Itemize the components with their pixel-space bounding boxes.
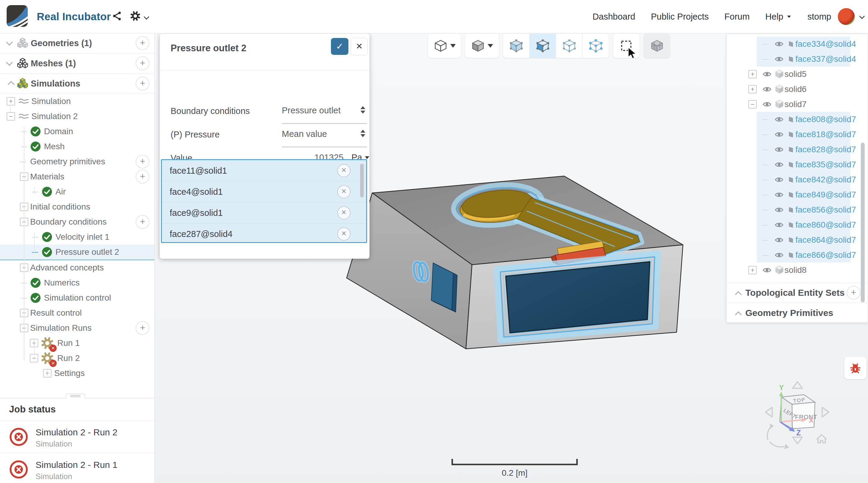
visibility-eye-icon[interactable] xyxy=(774,250,784,260)
job-status-row[interactable]: Simulation 2 - Run 2 Simulation xyxy=(0,420,154,453)
tree-item-advanced-concepts[interactable]: +Advanced concepts xyxy=(0,260,154,275)
visibility-eye-icon[interactable] xyxy=(762,266,772,275)
tree-item-meshes-1-[interactable]: Meshes (1)+ xyxy=(0,53,154,73)
visibility-eye-icon[interactable] xyxy=(762,100,772,109)
scene-tree-item-face818-solid7[interactable]: face818@solid7 xyxy=(727,127,868,142)
scene-tree-item-face828-solid7[interactable]: face828@solid7 xyxy=(727,142,868,157)
tree-item-settings[interactable]: +Settings xyxy=(0,366,154,381)
scene-tree-item-face860-solid7[interactable]: face860@solid7 xyxy=(727,217,868,233)
remove-face-button[interactable]: ✕ xyxy=(337,185,350,199)
tree-item-simulation[interactable]: +Simulation xyxy=(0,94,154,109)
tree-item-simulations[interactable]: Simulations+ xyxy=(0,73,154,94)
expander-plus-icon[interactable]: + xyxy=(748,266,757,274)
apply-button[interactable]: ✓ xyxy=(331,38,348,55)
nav-item-dashboard[interactable]: Dashboard xyxy=(592,12,635,22)
tree-item-geometry-primitives[interactable]: Geometry primitives+ xyxy=(0,154,154,169)
scene-tree-item-face856-solid7[interactable]: face856@solid7 xyxy=(727,202,868,217)
collapse-chevron-icon[interactable] xyxy=(735,291,742,298)
close-button[interactable]: ✕ xyxy=(351,38,368,56)
remove-face-button[interactable]: ✕ xyxy=(337,206,350,219)
app-logo[interactable] xyxy=(7,5,28,27)
section-geometry-primitives[interactable]: Geometry Primitives xyxy=(727,303,868,323)
add-button[interactable]: + xyxy=(135,36,150,50)
share-icon[interactable] xyxy=(112,11,122,22)
add-button[interactable]: + xyxy=(135,155,150,169)
tree-item-geometries-1-[interactable]: Geometries (1)+ xyxy=(0,33,154,53)
face-list-scrollbar[interactable] xyxy=(360,164,364,198)
assigned-face-row[interactable]: face287@solid4 ✕ xyxy=(162,223,366,243)
visibility-eye-icon[interactable] xyxy=(774,115,784,124)
tree-item-run-1[interactable]: +✕Run 1 xyxy=(0,336,154,351)
mesh-clip-button[interactable] xyxy=(644,34,670,58)
visibility-eye-icon[interactable] xyxy=(774,190,784,199)
visibility-eye-icon[interactable] xyxy=(774,160,784,169)
pressure-mode-select[interactable]: Mean value xyxy=(282,129,367,139)
tree-item-numerics[interactable]: Numerics xyxy=(0,275,154,290)
expander-plus-icon[interactable]: + xyxy=(748,85,757,93)
expander-minus-icon[interactable]: − xyxy=(7,112,15,121)
expander-minus-icon[interactable]: − xyxy=(748,100,757,109)
scene-tree-item-face849-solid7[interactable]: face849@solid7 xyxy=(727,187,868,202)
add-button[interactable]: + xyxy=(135,77,150,90)
visibility-eye-icon[interactable] xyxy=(774,175,784,184)
add-button[interactable]: + xyxy=(135,321,150,335)
tree-item-mesh[interactable]: Mesh xyxy=(0,139,154,154)
tree-item-air[interactable]: Air xyxy=(0,184,154,199)
tree-item-result-control[interactable]: +Result control xyxy=(0,305,154,321)
nav-item-public-projects[interactable]: Public Projects xyxy=(651,12,709,22)
select-edge-button[interactable] xyxy=(556,34,583,58)
remove-face-button[interactable]: ✕ xyxy=(337,164,350,177)
scene-tree-item-face808-solid7[interactable]: face808@solid7 xyxy=(727,112,868,127)
render-mode-menu-button[interactable] xyxy=(465,34,499,58)
expander-plus-icon[interactable]: + xyxy=(748,70,757,79)
add-button[interactable]: + xyxy=(135,215,150,229)
tree-item-simulation-2[interactable]: −Simulation 2 xyxy=(0,109,154,124)
select-face-button[interactable] xyxy=(530,34,556,58)
scene-tree-item-solid8[interactable]: +solid8 xyxy=(727,263,868,278)
visibility-eye-icon[interactable] xyxy=(774,130,784,139)
assigned-face-row[interactable]: face4@solid1 ✕ xyxy=(162,181,366,202)
add-button[interactable]: + xyxy=(135,170,150,184)
add-topological-set-button[interactable]: + xyxy=(846,286,861,300)
nav-item-help[interactable]: Help xyxy=(765,12,792,22)
tree-item-simulation-runs[interactable]: −Simulation Runs+ xyxy=(0,321,154,336)
select-vertex-button[interactable] xyxy=(583,34,609,58)
account-chevron-icon[interactable] xyxy=(859,13,865,19)
remove-face-button[interactable]: ✕ xyxy=(337,227,350,241)
view-orientation-menu-button[interactable] xyxy=(428,34,461,58)
user-avatar[interactable] xyxy=(838,8,855,25)
visibility-eye-icon[interactable] xyxy=(774,236,784,244)
nav-item-forum[interactable]: Forum xyxy=(724,12,750,22)
scene-tree-item-face842-solid7[interactable]: face842@solid7 xyxy=(727,172,868,187)
nav-item-stomp[interactable]: stomp xyxy=(807,12,831,22)
visibility-eye-icon[interactable] xyxy=(762,70,772,79)
view-cube[interactable] xyxy=(780,395,815,429)
scene-tree-item-face864-solid7[interactable]: face864@solid7 xyxy=(727,233,868,247)
tree-item-materials[interactable]: −Materials+ xyxy=(0,169,154,184)
settings-gear-icon[interactable] xyxy=(130,11,141,22)
assigned-face-row[interactable]: face11@solid1 ✕ xyxy=(162,160,366,181)
section-topological-entity-sets[interactable]: Topological Entity Sets + xyxy=(727,282,868,303)
tree-item-run-2[interactable]: −✕Run 2 xyxy=(0,351,154,366)
scene-tree-item-solid6[interactable]: +solid6 xyxy=(727,82,868,97)
job-status-row[interactable]: Simulation 2 - Run 1 Simulation xyxy=(0,453,154,483)
panel-resize-handle[interactable] xyxy=(66,393,85,399)
tree-item-velocity-inlet-1[interactable]: Velocity inlet 1 xyxy=(0,230,154,244)
tree-item-pressure-outlet-2[interactable]: Pressure outlet 2 xyxy=(0,244,154,260)
scene-tree-item-face337-solid4[interactable]: face337@solid4 xyxy=(727,52,868,67)
section-chevron-icon[interactable] xyxy=(8,81,13,87)
visibility-eye-icon[interactable] xyxy=(774,145,784,154)
visibility-eye-icon[interactable] xyxy=(762,85,772,94)
scene-tree-item-face835-solid7[interactable]: face835@solid7 xyxy=(727,157,868,172)
section-chevron-icon[interactable] xyxy=(8,41,13,47)
visibility-eye-icon[interactable] xyxy=(774,39,784,49)
scene-tree-item-face334-solid4[interactable]: face334@solid4 xyxy=(727,36,868,52)
bug-report-button[interactable] xyxy=(844,356,867,379)
boundary-type-select[interactable]: Pressure outlet xyxy=(282,105,367,116)
scene-tree-item-solid5[interactable]: +solid5 xyxy=(727,67,868,82)
visibility-eye-icon[interactable] xyxy=(774,205,784,214)
tree-item-boundary-conditions[interactable]: −Boundary conditions+ xyxy=(0,214,154,230)
section-chevron-icon[interactable] xyxy=(8,61,13,67)
visibility-eye-icon[interactable] xyxy=(774,220,784,230)
visibility-eye-icon[interactable] xyxy=(774,55,784,64)
